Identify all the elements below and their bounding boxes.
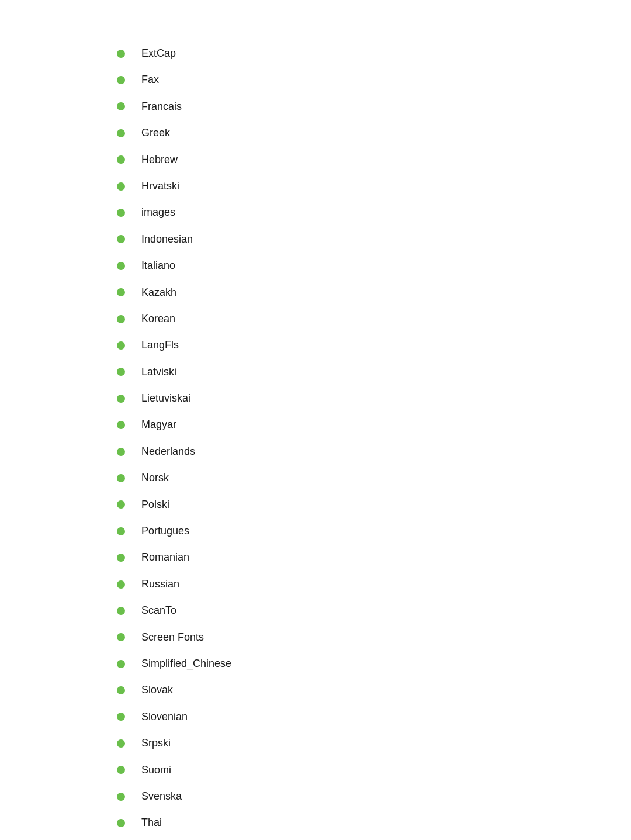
list-item: Kazakh bbox=[117, 286, 584, 299]
list-item: Polski bbox=[117, 498, 584, 511]
item-label: Italiano bbox=[141, 259, 175, 272]
list-item: Hrvatski bbox=[117, 179, 584, 193]
item-label: Portugues bbox=[141, 524, 189, 538]
list-item: images bbox=[117, 206, 584, 219]
list-item: Latviski bbox=[117, 365, 584, 379]
item-label: Nederlands bbox=[141, 445, 195, 458]
item-label: Indonesian bbox=[141, 233, 193, 246]
item-label: Srpski bbox=[141, 737, 171, 750]
bullet-icon bbox=[117, 448, 125, 456]
bullet-icon bbox=[117, 395, 125, 403]
item-label: Fax bbox=[141, 73, 159, 87]
list-item: Slovenian bbox=[117, 710, 584, 724]
item-label: Slovenian bbox=[141, 710, 188, 724]
item-label: Polski bbox=[141, 498, 169, 511]
list-item: Magyar bbox=[117, 418, 584, 431]
list-item: Greek bbox=[117, 126, 584, 140]
item-label: LangFls bbox=[141, 338, 179, 352]
bullet-icon bbox=[117, 766, 125, 774]
item-label: Hrvatski bbox=[141, 179, 179, 193]
item-label: Suomi bbox=[141, 763, 171, 777]
item-label: Magyar bbox=[141, 418, 176, 431]
bullet-icon bbox=[117, 129, 125, 137]
item-label: Thai bbox=[141, 816, 162, 829]
bullet-icon bbox=[117, 660, 125, 668]
page-content: ExtCapFaxFrancaisGreekHebrewHrvatskiimag… bbox=[0, 0, 631, 840]
bullet-icon bbox=[117, 554, 125, 562]
list-item: Italiano bbox=[117, 259, 584, 272]
bullet-icon bbox=[117, 527, 125, 535]
list-item: Svenska bbox=[117, 790, 584, 803]
bullet-icon bbox=[117, 633, 125, 641]
list-item: Screen Fonts bbox=[117, 631, 584, 644]
list-item: Srpski bbox=[117, 737, 584, 750]
bullet-icon bbox=[117, 368, 125, 376]
bullet-icon bbox=[117, 50, 125, 58]
bullet-icon bbox=[117, 607, 125, 615]
item-label: ExtCap bbox=[141, 47, 176, 60]
list-item: LangFls bbox=[117, 338, 584, 352]
item-label: Greek bbox=[141, 126, 170, 140]
item-label: Latviski bbox=[141, 365, 176, 379]
item-label: Francais bbox=[141, 100, 182, 113]
bullet-icon bbox=[117, 288, 125, 296]
bullet-icon bbox=[117, 686, 125, 694]
bullet-icon bbox=[117, 739, 125, 748]
item-label: Lietuviskai bbox=[141, 392, 190, 405]
list-item: Hebrew bbox=[117, 153, 584, 167]
list-item: Romanian bbox=[117, 551, 584, 564]
item-label: ScanTo bbox=[141, 604, 176, 617]
list-item: Thai bbox=[117, 816, 584, 829]
list-item: Lietuviskai bbox=[117, 392, 584, 405]
list-item: Nederlands bbox=[117, 445, 584, 458]
list-item: Slovak bbox=[117, 683, 584, 697]
bullet-icon bbox=[117, 235, 125, 243]
bullet-icon bbox=[117, 341, 125, 350]
item-label: Norsk bbox=[141, 471, 169, 485]
item-label: Russian bbox=[141, 578, 179, 591]
bullet-icon bbox=[117, 262, 125, 270]
list-item: ScanTo bbox=[117, 604, 584, 617]
bullet-icon bbox=[117, 713, 125, 721]
item-label: Svenska bbox=[141, 790, 182, 803]
item-label: Hebrew bbox=[141, 153, 178, 167]
bullet-icon bbox=[117, 102, 125, 110]
item-label: Korean bbox=[141, 312, 175, 326]
list-item: Simplified_Chinese bbox=[117, 657, 584, 670]
item-label: Kazakh bbox=[141, 286, 176, 299]
item-label: images bbox=[141, 206, 175, 219]
bullet-icon bbox=[117, 474, 125, 482]
bullet-icon bbox=[117, 209, 125, 217]
bullet-icon bbox=[117, 580, 125, 589]
list-item: Suomi bbox=[117, 763, 584, 777]
list-item: Indonesian bbox=[117, 233, 584, 246]
bullet-icon bbox=[117, 76, 125, 84]
list-item: Korean bbox=[117, 312, 584, 326]
list-item: Russian bbox=[117, 578, 584, 591]
item-label: Screen Fonts bbox=[141, 631, 204, 644]
list-item: Portugues bbox=[117, 524, 584, 538]
bullet-icon bbox=[117, 155, 125, 164]
item-label: Romanian bbox=[141, 551, 189, 564]
bullet-icon bbox=[117, 793, 125, 801]
bullet-icon bbox=[117, 819, 125, 827]
bullet-icon bbox=[117, 315, 125, 323]
item-label: Slovak bbox=[141, 683, 173, 697]
bullet-icon bbox=[117, 182, 125, 191]
item-list: ExtCapFaxFrancaisGreekHebrewHrvatskiimag… bbox=[47, 35, 584, 840]
list-item: Fax bbox=[117, 73, 584, 87]
item-label: Simplified_Chinese bbox=[141, 657, 231, 670]
list-item: Francais bbox=[117, 100, 584, 113]
list-item: ExtCap bbox=[117, 47, 584, 60]
bullet-icon bbox=[117, 421, 125, 429]
bullet-icon bbox=[117, 500, 125, 509]
list-item: Norsk bbox=[117, 471, 584, 485]
